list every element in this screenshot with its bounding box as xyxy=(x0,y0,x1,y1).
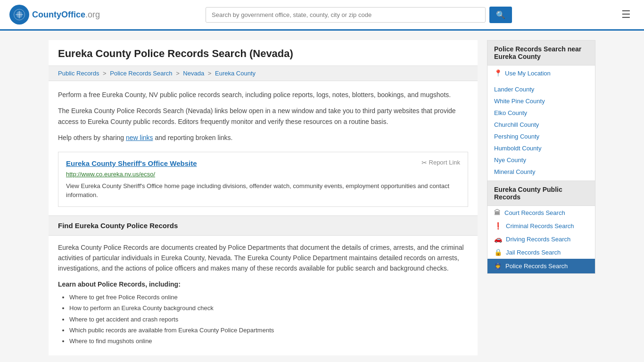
logo-icon xyxy=(9,5,29,25)
location-icon: 📍 xyxy=(494,69,502,77)
criminal-records-link[interactable]: Criminal Records Search xyxy=(506,222,574,230)
search-input[interactable] xyxy=(206,7,486,23)
bullet-item: Where to get accident and crash reports xyxy=(69,314,468,325)
menu-button[interactable]: ☰ xyxy=(618,7,635,23)
learn-label: Learn about Police Records, including: xyxy=(58,280,468,288)
header: CountyOffice.org 🔍 ☰ xyxy=(0,0,644,31)
intro-text-2: The Eureka County Police Records Search … xyxy=(58,106,468,127)
scissors-icon: ✂ xyxy=(421,159,427,166)
link-card-url: http://www.co.eureka.nv.us/ecso/ xyxy=(66,171,460,178)
sidebar-jail-records: 🔒 Jail Records Search xyxy=(487,246,595,259)
page-title: Eureka County Police Records Search (Nev… xyxy=(58,48,468,60)
county-link[interactable]: Humboldt County xyxy=(494,145,541,152)
jail-icon: 🔒 xyxy=(494,248,502,256)
sidebar-nearby-heading: Police Records Search near Eureka County xyxy=(487,41,595,66)
bullet-item: Where to find mugshots online xyxy=(69,336,468,346)
new-links-link[interactable]: new links xyxy=(126,134,153,141)
breadcrumb-separator-2: > xyxy=(176,70,181,77)
logo-area: CountyOffice.org xyxy=(9,5,100,25)
list-item: White Pine County xyxy=(487,95,595,107)
court-records-link[interactable]: Court Records Search xyxy=(504,209,565,216)
breadcrumb-separator-3: > xyxy=(208,70,213,77)
list-item: Nye County xyxy=(487,154,595,166)
county-link[interactable]: Lander County xyxy=(494,86,534,93)
breadcrumb-link-public-records[interactable]: Public Records xyxy=(58,70,99,77)
list-item: Elko County xyxy=(487,107,595,119)
link-card-header: Eureka County Sheriff's Office Website ✂… xyxy=(66,159,460,168)
list-item: Humboldt County xyxy=(487,142,595,154)
intro3-prefix: Help others by sharing xyxy=(58,134,126,141)
main-content: Eureka County Police Records Search (Nev… xyxy=(49,40,478,355)
driving-icon: 🚗 xyxy=(494,235,502,243)
criminal-icon: ❗ xyxy=(494,222,502,230)
find-section-body: Eureka County Police Records are documen… xyxy=(58,242,468,274)
list-item: Pershing County xyxy=(487,131,595,142)
police-records-link[interactable]: Police Records Search xyxy=(505,263,568,270)
main-body: Perform a free Eureka County, NV public … xyxy=(49,81,478,355)
police-icon: 👮 xyxy=(494,263,502,270)
sidebar-court-records: 🏛 Court Records Search xyxy=(487,206,595,219)
bullet-item: How to perform an Eureka County backgrou… xyxy=(69,303,468,313)
use-my-location-link[interactable]: Use My Location xyxy=(505,70,551,77)
logo-text: CountyOffice.org xyxy=(32,10,100,20)
county-link[interactable]: Mineral County xyxy=(494,168,535,175)
sidebar-nearby-section: Police Records Search near Eureka County… xyxy=(487,40,595,181)
bullet-item: Where to get free Police Records online xyxy=(69,292,468,303)
list-item: Churchill County xyxy=(487,119,595,131)
court-icon: 🏛 xyxy=(494,209,501,216)
page-title-bar: Eureka County Police Records Search (Nev… xyxy=(49,40,478,66)
jail-records-link[interactable]: Jail Records Search xyxy=(506,249,561,256)
sidebar-public-records-heading: Eureka County Public Records xyxy=(487,181,595,206)
sidebar-driving-records: 🚗 Driving Records Search xyxy=(487,232,595,246)
driving-records-link[interactable]: Driving Records Search xyxy=(506,236,570,243)
find-section-title: Find Eureka County Police Records xyxy=(58,222,468,230)
report-link-button[interactable]: ✂ Report Link xyxy=(421,159,460,166)
report-link-label: Report Link xyxy=(429,159,460,166)
use-my-location[interactable]: 📍 Use My Location xyxy=(487,66,595,81)
link-card-title-link[interactable]: Eureka County Sheriff's Office Website xyxy=(66,159,197,167)
breadcrumb-link-nevada[interactable]: Nevada xyxy=(183,70,204,77)
county-link[interactable]: White Pine County xyxy=(494,98,545,105)
list-item: Mineral County xyxy=(487,166,595,178)
link-card-description: View Eureka County Sheriff's Office home… xyxy=(66,181,460,200)
sidebar-police-records[interactable]: 👮 Police Records Search xyxy=(487,259,595,273)
county-link[interactable]: Elko County xyxy=(494,109,527,116)
bullet-item: Which public records are available from … xyxy=(69,325,468,336)
nearby-counties-list: Lander County White Pine County Elko Cou… xyxy=(487,81,595,181)
find-section-header: Find Eureka County Police Records xyxy=(49,215,478,236)
breadcrumb-link-eureka-county[interactable]: Eureka County xyxy=(215,70,256,77)
search-area: 🔍 xyxy=(206,7,512,23)
link-card: Eureka County Sheriff's Office Website ✂… xyxy=(58,152,468,207)
county-link[interactable]: Nye County xyxy=(494,156,526,164)
breadcrumb: Public Records > Police Records Search >… xyxy=(49,66,478,81)
link-card-url-link[interactable]: http://www.co.eureka.nv.us/ecso/ xyxy=(66,171,155,178)
county-link[interactable]: Pershing County xyxy=(494,133,539,140)
intro-text-1: Perform a free Eureka County, NV public … xyxy=(58,90,468,100)
sidebar: Police Records Search near Eureka County… xyxy=(487,40,595,355)
content-wrapper: Eureka County Police Records Search (Nev… xyxy=(39,31,605,362)
county-link[interactable]: Churchill County xyxy=(494,121,539,128)
sidebar-criminal-records: ❗ Criminal Records Search xyxy=(487,219,595,232)
sidebar-public-records-section: Eureka County Public Records 🏛 Court Rec… xyxy=(487,181,595,274)
breadcrumb-separator-1: > xyxy=(103,70,108,77)
bullets-list: Where to get free Police Records online … xyxy=(58,292,468,347)
intro3-suffix: and reporting broken links. xyxy=(153,134,233,141)
list-item: Lander County xyxy=(487,83,595,95)
breadcrumb-link-police-records-search[interactable]: Police Records Search xyxy=(110,70,172,77)
intro-text-3: Help others by sharing new links and rep… xyxy=(58,132,468,143)
link-card-title: Eureka County Sheriff's Office Website xyxy=(66,159,197,168)
search-button[interactable]: 🔍 xyxy=(489,7,512,23)
